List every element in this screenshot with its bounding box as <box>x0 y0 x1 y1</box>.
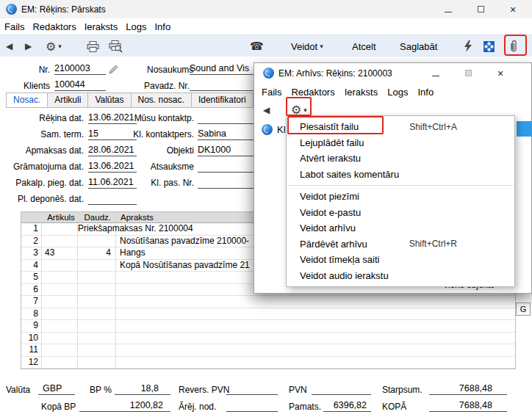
cell-artikuls[interactable] <box>42 260 78 272</box>
cell-apraksts[interactable] <box>116 344 515 357</box>
kopa-field[interactable]: 7688,48 <box>429 399 507 412</box>
archive-list-item[interactable]: Kl <box>262 121 286 137</box>
cell-row-number[interactable]: 2 <box>21 236 42 248</box>
dialog-menu-ieraksts[interactable]: Ieraksts <box>345 87 378 98</box>
pl-depones-dat-field[interactable] <box>88 192 137 205</box>
menu-item-atvert-ierakstu[interactable]: Atvērt ierakstu <box>287 151 514 167</box>
menu-item-lejupladet-failu[interactable]: Lejuplādēt failu <box>287 135 514 151</box>
cell-daudz[interactable] <box>78 296 116 308</box>
nosaukums-field[interactable]: Sound and Vis <box>190 62 256 75</box>
gramatojuma-dat-field[interactable]: 13.06.2021 <box>88 160 137 173</box>
cell-row-number[interactable]: 7 <box>21 296 42 308</box>
tab-identifikatori[interactable]: Identifikatori <box>191 93 254 107</box>
menu-item-piesaistit-failu[interactable]: Piesaistīt failu Shift+Ctrl+A <box>287 119 514 135</box>
cell-daudz[interactable] <box>78 357 116 369</box>
veidot-button[interactable]: Veidot ▾ <box>291 35 323 57</box>
dialog-minimize-button[interactable] <box>420 63 452 83</box>
cell-artikuls[interactable] <box>42 333 78 345</box>
cell-row-number[interactable]: 11 <box>21 344 42 357</box>
atcelt-button[interactable]: Atcelt <box>352 35 376 57</box>
cell-apraksts[interactable] <box>116 308 515 321</box>
objekti-field[interactable]: DK1000 <box>198 144 254 156</box>
cell-row-number[interactable]: 4 <box>21 260 42 272</box>
dialog-menu-info[interactable]: Info <box>417 87 434 98</box>
revers-pvn-field[interactable] <box>226 382 278 395</box>
cell-row-number[interactable]: 5 <box>21 272 42 284</box>
bp-percent-field[interactable]: 18,8 <box>115 382 170 395</box>
maximize-button[interactable] <box>464 0 497 18</box>
menu-fails[interactable]: Fails <box>4 21 24 32</box>
cell-daudz[interactable] <box>78 344 116 357</box>
apmaksas-dat-field[interactable]: 28.06.2021 <box>88 144 137 156</box>
cell-apraksts[interactable] <box>116 357 515 369</box>
menu-ieraksts[interactable]: Ieraksts <box>85 21 118 32</box>
print-preview-icon[interactable] <box>109 35 123 57</box>
cell-apraksts[interactable] <box>116 320 515 333</box>
cell-artikuls[interactable] <box>42 272 78 284</box>
menu-item-veidot-timekla-saiti[interactable]: Veidot tīmekļa saiti <box>287 252 514 268</box>
cell-artikuls[interactable]: 43 <box>42 247 78 260</box>
cell-row-number[interactable]: 1 <box>21 223 42 236</box>
paperclip-icon[interactable] <box>508 35 519 57</box>
menu-item-veidot-e-pastu[interactable]: Veidot e-pastu <box>287 205 514 221</box>
dialog-maximize-button[interactable] <box>452 63 484 83</box>
arej-nod-field[interactable] <box>226 399 278 412</box>
cell-daudz[interactable] <box>78 308 116 321</box>
saglabat-button[interactable]: Saglabāt <box>400 35 437 57</box>
cell-apraksts[interactable] <box>116 333 515 345</box>
tab-valutas[interactable]: Valūtas <box>87 93 131 107</box>
cell-row-number[interactable]: 9 <box>21 320 42 333</box>
kl-pas-nr-field[interactable] <box>198 176 254 189</box>
sam-term-field[interactable]: 15 <box>88 128 137 140</box>
menu-item-veidot-audio-ierakstu[interactable]: Veidot audio ierakstu <box>287 268 514 284</box>
menu-info[interactable]: Info <box>154 21 170 32</box>
atsauksme-field[interactable] <box>198 160 254 173</box>
menu-item-pardevet-arhivu[interactable]: Pārdēvēt arhīvu Shift+Ctrl+R <box>287 236 514 253</box>
matrix-flip-tab-g[interactable]: G <box>516 302 531 316</box>
dialog-menu-redaktors[interactable]: Redaktors <box>291 87 334 98</box>
klients-field[interactable]: 100044 <box>54 79 106 91</box>
dialog-close-button[interactable]: × <box>484 63 517 83</box>
tab-artikuli[interactable]: Artikuli <box>47 93 88 107</box>
menu-logs[interactable]: Logs <box>126 21 146 32</box>
cell-daudz[interactable]: 4 <box>78 247 116 260</box>
menu-item-veidot-piezimi[interactable]: Veidot piezīmi <box>287 189 514 205</box>
cell-artikuls[interactable] <box>42 236 78 248</box>
cell-daudz[interactable] <box>78 272 116 284</box>
printer-icon[interactable] <box>87 35 99 57</box>
kl-kontaktpers-field[interactable]: Sabina <box>198 128 254 140</box>
pencil-icon[interactable] <box>109 65 118 76</box>
cell-artikuls[interactable] <box>42 223 78 236</box>
cell-daudz[interactable] <box>78 333 116 345</box>
cell-daudz[interactable] <box>78 320 116 333</box>
cell-artikuls[interactable] <box>42 308 78 321</box>
cell-apraksts[interactable] <box>116 296 515 308</box>
cell-row-number[interactable]: 3 <box>21 247 42 260</box>
menu-item-veidot-arhivu[interactable]: Veidot arhīvu <box>287 220 514 236</box>
cell-daudz[interactable] <box>78 284 116 297</box>
rekina-dat-field[interactable]: 13.06.2021 <box>88 112 137 124</box>
cell-artikuls[interactable] <box>42 320 78 333</box>
pavadz-field[interactable] <box>190 79 256 91</box>
expand-icon[interactable] <box>484 35 495 57</box>
back-icon[interactable]: ◀ <box>6 35 12 57</box>
cell-artikuls[interactable] <box>42 357 78 369</box>
kopa-bp-field[interactable]: 1200,82 <box>79 399 170 412</box>
cell-row-number[interactable]: 6 <box>21 284 42 297</box>
gear-menu-button[interactable]: ⚙ ▾ <box>46 35 62 57</box>
cell-artikuls[interactable] <box>42 344 78 357</box>
dialog-menu-fails[interactable]: Fails <box>262 87 281 98</box>
starpsum-field[interactable]: 7688,48 <box>429 382 507 395</box>
cell-row-number[interactable]: 8 <box>21 308 42 321</box>
forward-icon[interactable]: ▶ <box>25 35 32 57</box>
nr-field[interactable]: 2100003 <box>54 62 106 75</box>
pamats-field[interactable]: 6396,82 <box>323 399 371 412</box>
valuta-field[interactable]: GBP <box>38 382 75 395</box>
lightning-icon[interactable] <box>464 35 472 57</box>
tab-nos-nosac[interactable]: Nos. nosac. <box>131 93 192 107</box>
cell-daudz[interactable]: Priekšapmaksas Nr. <box>78 223 116 236</box>
menu-item-labot-saites-komentaru[interactable]: Labot saites komentāru <box>287 167 514 183</box>
cell-artikuls[interactable] <box>42 284 78 297</box>
pvn-field[interactable] <box>312 382 371 395</box>
cell-daudz[interactable] <box>78 260 116 272</box>
